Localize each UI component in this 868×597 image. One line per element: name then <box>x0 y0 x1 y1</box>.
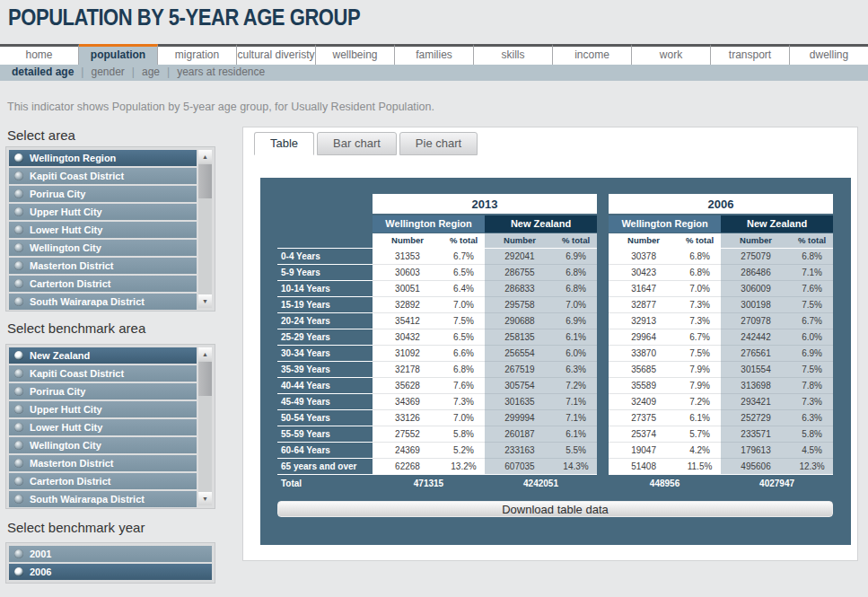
column-gap <box>597 442 609 458</box>
scroll-up-icon[interactable]: ▲ <box>198 150 212 163</box>
data-cell: 6.1% <box>555 426 597 442</box>
option-item[interactable]: South Wairarapa District <box>9 294 197 310</box>
separator: | <box>162 66 174 78</box>
area-scrollbar[interactable]: ▲ ▼ <box>198 150 212 308</box>
option-item[interactable]: Porirua City <box>9 186 197 202</box>
data-cell: 7.3% <box>791 393 833 409</box>
data-cell: 7.2% <box>555 377 597 393</box>
option-item[interactable]: New Zealand <box>9 347 197 364</box>
view-tab[interactable]: Bar chart <box>317 132 397 155</box>
column-gap <box>597 458 609 474</box>
data-cell: 242442 <box>721 329 791 345</box>
nav-tab[interactable]: income <box>553 44 632 65</box>
area-header-row: Wellington Region New Zealand Wellington… <box>277 215 833 233</box>
data-cell: 7.3% <box>679 312 721 329</box>
data-cell: 6.0% <box>555 345 597 361</box>
year-header: 2013 <box>373 194 597 215</box>
data-cell: 6.1% <box>679 409 721 426</box>
population-table: 2013 2006 Wellington Region New Zealand … <box>277 194 833 493</box>
data-cell: 305754 <box>485 377 555 393</box>
data-cell: 7.6% <box>791 280 833 296</box>
option-item[interactable]: 2006 <box>9 564 212 580</box>
data-cell: 6.6% <box>443 345 485 361</box>
nav-tab[interactable]: dwelling <box>790 44 868 65</box>
table-body: 0-4 Years313536.7%2920416.9%303786.8%275… <box>277 248 833 474</box>
measure-header: Number <box>485 233 555 248</box>
data-cell: 62268 <box>373 458 443 474</box>
option-item[interactable]: 2001 <box>9 546 212 562</box>
table-row: 60-64 Years243695.2%2331635.5%190474.2%1… <box>277 442 833 458</box>
option-item[interactable]: Masterton District <box>9 455 197 471</box>
data-cell: 32913 <box>609 312 679 329</box>
option-item[interactable]: Kapiti Coast District <box>9 365 197 382</box>
data-cell: 300198 <box>721 296 791 312</box>
sub-nav: detailed age|gender|age|years at residen… <box>0 65 868 81</box>
benchmark-year-options: 2001 2006 <box>9 546 212 580</box>
option-item[interactable]: Wellington Region <box>9 150 197 166</box>
nav-tab[interactable]: migration <box>158 44 237 65</box>
data-cell: 4.5% <box>791 442 833 458</box>
data-cell: 6.5% <box>443 329 485 345</box>
column-gap <box>597 426 609 442</box>
data-cell: 6.7% <box>679 329 721 345</box>
nav-tab[interactable]: wellbeing <box>316 44 395 65</box>
data-cell: 30378 <box>609 248 679 264</box>
data-cell: 5.5% <box>555 442 597 458</box>
data-cell: 286833 <box>485 280 555 296</box>
option-item[interactable]: Porirua City <box>9 383 197 399</box>
option-item[interactable]: Upper Hutt City <box>9 401 197 417</box>
scrollbar-thumb[interactable] <box>198 362 212 396</box>
nav-tab[interactable]: cultural diveristy <box>237 44 316 65</box>
data-cell: 306009 <box>721 280 791 296</box>
option-item[interactable]: Lower Hutt City <box>9 222 197 238</box>
view-tab[interactable]: Pie chart <box>399 132 478 155</box>
table-row: 45-49 Years343697.3%3016357.1%324097.2%2… <box>277 393 833 409</box>
subnav-item[interactable]: gender <box>88 66 127 78</box>
option-label: Upper Hutt City <box>30 206 102 217</box>
select-area-heading: Select area <box>7 127 75 143</box>
option-item[interactable]: South Wairarapa District <box>9 491 197 507</box>
radio-icon <box>14 171 23 180</box>
option-item[interactable]: Kapiti Coast District <box>9 168 197 184</box>
data-cell: 292041 <box>485 248 555 264</box>
nav-tab[interactable]: transport <box>711 44 790 65</box>
subnav-item[interactable]: years at residence <box>174 66 267 78</box>
scroll-down-icon[interactable]: ▼ <box>198 294 212 308</box>
subnav-item[interactable]: age <box>139 66 162 78</box>
option-item[interactable]: Upper Hutt City <box>9 204 197 220</box>
row-label: 40-44 Years <box>277 377 373 393</box>
option-item[interactable]: Lower Hutt City <box>9 419 197 435</box>
data-cell: 6.5% <box>443 264 485 280</box>
data-cell: 27552 <box>373 426 443 442</box>
row-label: 15-19 Years <box>277 296 373 312</box>
nav-tab[interactable]: population <box>79 44 158 65</box>
data-cell: 7.1% <box>791 264 833 280</box>
nav-tab[interactable]: families <box>395 44 474 65</box>
measure-header: Number <box>721 233 791 248</box>
nav-tab[interactable]: work <box>632 44 711 65</box>
data-cell: 12.3% <box>791 458 833 474</box>
subnav-item[interactable]: detailed age <box>9 66 76 78</box>
scroll-down-icon[interactable]: ▼ <box>198 492 212 505</box>
view-tab[interactable]: Table <box>254 132 314 155</box>
row-label: 20-24 Years <box>277 312 373 329</box>
option-item[interactable]: Wellington City <box>9 240 197 256</box>
option-item[interactable]: Carterton District <box>9 276 197 292</box>
nav-tab[interactable]: home <box>0 44 79 65</box>
download-table-data-button[interactable]: Download table data <box>277 501 833 517</box>
option-item[interactable]: Masterton District <box>9 258 197 274</box>
table-row: 50-54 Years331267.0%2999947.1%273756.1%2… <box>277 409 833 426</box>
scroll-up-icon[interactable]: ▲ <box>198 347 212 361</box>
option-item[interactable]: Wellington City <box>9 437 197 453</box>
data-cell: 7.0% <box>443 409 485 426</box>
option-item[interactable]: Carterton District <box>9 473 197 489</box>
data-cell: 260187 <box>485 426 555 442</box>
scrollbar-thumb[interactable] <box>198 164 212 198</box>
column-gap <box>597 377 609 393</box>
radio-icon <box>14 405 23 414</box>
nav-tab[interactable]: skills <box>474 44 553 65</box>
data-cell: 13.2% <box>443 458 485 474</box>
benchmark-area-scrollbar[interactable]: ▲ ▼ <box>198 347 212 505</box>
area-header: Wellington Region <box>609 215 721 233</box>
data-cell: 270978 <box>721 312 791 329</box>
